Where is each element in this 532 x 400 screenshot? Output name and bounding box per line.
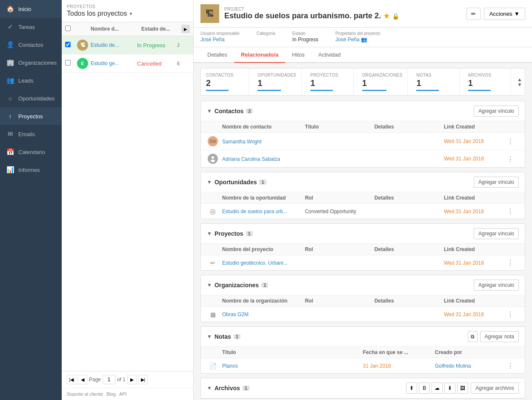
table-row[interactable]: 🏗 Estudio de... In Progress J [62,36,193,54]
section-oportunidades: ▼ Oportunidades 1 Agregar vínculo Nombre… [200,172,525,219]
proyectos-title[interactable]: Todos los proyectos ▼ [67,10,188,17]
proyectos-thead: Nombre del proyecto Rol Detalles Link Cr… [201,244,525,255]
project-title-text: Estudio de suelos para urbanismo. parte … [224,11,381,20]
tab-relacionado[interactable]: Relacionado/a [234,47,285,63]
soporte-link[interactable]: Soporte al cliente [67,391,103,397]
select-all-checkbox[interactable] [65,26,75,32]
tab-hitos[interactable]: Hitos [285,47,312,63]
meta-categoria-label: Categoría [257,31,275,36]
table-row[interactable]: E Estudio ge... Cancelled E [62,54,193,73]
agregar-vinculo-contactos-btn[interactable]: Agregar vínculo [474,106,519,117]
table-icon: ▦ [210,311,216,318]
acciones-button[interactable]: Acciones ▼ [484,8,525,20]
adriana-link[interactable]: Adriana Carolina Sabalza [222,156,280,162]
samantha-actions-btn[interactable]: ⋮ [507,137,519,146]
row-checkbox[interactable] [65,60,75,67]
section-contactos: ▼ Contactos 2 Agregar vínculo Nombre de … [200,101,525,168]
agregar-archivos-btn[interactable]: Agregar archivos [471,383,519,394]
archivos-image-btn[interactable]: 🖼 [457,383,468,394]
agregar-vinculo-oportunidades-btn[interactable]: Agregar vínculo [474,177,519,188]
th-titulo-nota: Título [222,349,360,355]
th-nombre-org: Nombre de la organización [222,298,301,304]
chart-icon: 📊 [6,166,14,174]
meta-propietario-value[interactable]: José Peña 👥 [335,37,380,43]
project-type-label: PROJECT [224,7,461,11]
tabs-row: Detalles Relacionado/a Hitos Actividad [194,47,532,63]
api-link[interactable]: API [119,391,127,397]
table-row: ◎ Estudio de suelos para urb... Converte… [201,204,525,219]
agregar-vinculo-proyectos-btn[interactable]: Agregar vínculo [474,228,519,239]
sidebar-item-proyectos[interactable]: ↑ Proyectos [0,107,62,125]
notas-copy-btn[interactable]: ⧉ [468,331,478,342]
table-header: Nombre d... Estado de... ▶ [62,22,193,36]
blog-link[interactable]: Blog [106,391,116,397]
collapse-proyectos-icon[interactable]: ▼ [207,231,212,237]
pagination-page-input[interactable] [103,375,115,384]
star-icon[interactable]: ★ [383,12,389,20]
expand-button[interactable]: ▶ [181,25,190,33]
stat-proyectos[interactable]: PROYECTOS 1 [305,69,353,95]
sidebar-item-inicio[interactable]: 🏠 Inicio [0,0,62,18]
stat-archivos[interactable]: ARCHIVOS 1 [463,69,511,95]
nota-actions-btn[interactable]: ⋮ [507,362,519,370]
archivos-upload-btn[interactable]: ⬆ [406,383,417,394]
project-owner-initial: E [177,61,190,66]
collapse-archivos-icon[interactable]: ▼ [207,385,212,391]
row-checkbox[interactable] [65,42,75,49]
archivos-download-btn[interactable]: ⬇ [444,383,455,394]
sidebar-item-contactos[interactable]: 👤 Contactos [0,36,62,54]
nota-link[interactable]: Planos [222,363,238,369]
org-link[interactable]: Obras G2M [222,311,249,317]
table-row: ▦ Obras G2M Wed 31 Jan 2018 ⋮ [201,307,525,322]
org-actions-btn[interactable]: ⋮ [507,310,519,318]
agregar-nota-btn[interactable]: Agregar nota [480,331,519,342]
collapse-contactos-icon[interactable]: ▼ [207,108,212,114]
collapse-organizaciones-icon[interactable]: ▼ [207,282,212,288]
sidebar-item-tareas[interactable]: ✓ Tareas [0,18,62,36]
pagination-prev-btn[interactable]: ◀ [78,375,87,384]
sidebar-item-calendario[interactable]: 📅 Calendario [0,143,62,161]
proyectos-section-label: PROYECTOS [67,4,188,9]
stat-notas[interactable]: NOTAS 1 [411,69,459,95]
th-detalles-op: Detalles [375,195,440,201]
samantha-link[interactable]: Samantha Wright [222,139,262,145]
archivos-cloud-btn[interactable]: ☁ [432,383,443,394]
stat-contactos[interactable]: CONTACTOS 2 [201,69,249,95]
samantha-link-created: Wed 31 Jan 2018 [444,138,503,144]
stat-arrow-up[interactable]: ▲ [517,77,522,82]
tab-actividad[interactable]: Actividad [312,47,348,63]
adriana-actions-btn[interactable]: ⋮ [507,155,519,163]
sidebar-item-organizaciones[interactable]: 🏢 Organizaciones [0,54,62,71]
meta-responsable-value[interactable]: José Peña [200,37,240,43]
proyecto-actions-btn[interactable]: ⋮ [507,259,519,267]
pagination-last-btn[interactable]: ▶| [138,375,148,384]
collapse-notas-icon[interactable]: ▼ [207,334,212,340]
sidebar-item-emails[interactable]: ✉ Emails [0,125,62,143]
tab-detalles[interactable]: Detalles [200,47,234,63]
stat-oportunidades[interactable]: OPORTUNIDADES 1 [252,69,302,95]
project-thumbnail: 🏗 [200,4,219,23]
creado-por-link[interactable]: Golfredo Molina [435,363,471,369]
pagination-next-btn[interactable]: ▶ [127,375,137,384]
oportunidad-actions-btn[interactable]: ⋮ [507,207,519,215]
oportunidad-link[interactable]: Estudio de suelos para urb... [222,209,287,214]
checkbox-all[interactable] [65,26,71,31]
pagination-first-btn[interactable]: |◀ [67,375,76,384]
meta-propietario-label: Propietario del proyecto [335,31,380,36]
sidebar-item-informes[interactable]: 📊 Informes [0,161,62,179]
left-panel-header: PROYECTOS Todos los proyectos ▼ [62,0,193,22]
archivos-count: 1 [243,386,249,391]
collapse-oportunidades-icon[interactable]: ▼ [207,179,212,185]
sidebar-item-leads[interactable]: 👥 Leads [0,71,62,89]
home-icon: 🏠 [6,5,14,13]
sidebar-item-oportunidades[interactable]: ○ Oportunidades [0,89,62,107]
agregar-vinculo-organizaciones-btn[interactable]: Agregar vínculo [474,280,519,291]
stat-proyectos-value: 1 [310,78,348,88]
stat-archivos-value: 1 [468,78,506,88]
stat-organizaciones[interactable]: ORGANIZACIONES 1 [357,69,408,95]
stat-arrow-down[interactable]: ▼ [517,82,522,87]
edit-button[interactable]: ✏ [466,8,481,20]
proyecto-link[interactable]: Estudio geotécnico. Urbani... [222,260,287,266]
archivos-box-btn[interactable]: B [419,383,430,394]
oportunidad-name: Estudio de suelos para urb... [222,208,301,214]
